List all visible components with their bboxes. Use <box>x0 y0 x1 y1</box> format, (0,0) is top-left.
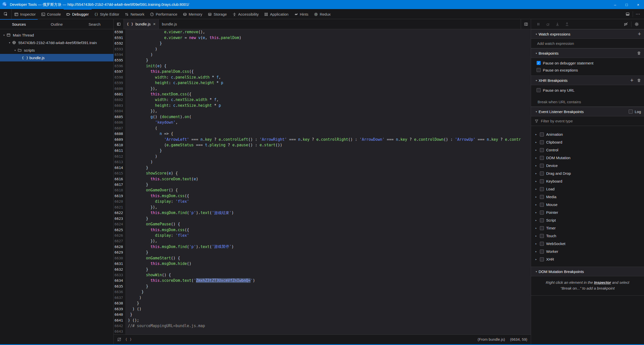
event-category-script[interactable]: ▸Script <box>531 216 644 224</box>
checkbox[interactable] <box>540 203 544 207</box>
tree-item-bundle-js[interactable]: { }bundle.js <box>0 54 113 61</box>
checkbox[interactable] <box>540 242 544 246</box>
code-line-content[interactable]: } <box>125 182 148 187</box>
code-line-content[interactable]: this.nextDom.css({ <box>125 91 191 97</box>
code-line-content[interactable]: }), <box>125 108 157 114</box>
event-category-device[interactable]: ▸Device <box>531 162 644 169</box>
line-number[interactable]: 6614 <box>114 165 125 170</box>
line-number[interactable]: 6617 <box>114 182 125 187</box>
line-number[interactable]: 6600 <box>114 86 125 91</box>
tab-network[interactable]: Network <box>122 9 147 19</box>
code-line-content[interactable]: ( <box>125 125 157 131</box>
line-number[interactable]: 6610 <box>114 142 125 148</box>
tab-debugger[interactable]: Debugger <box>64 9 92 19</box>
code-line-content[interactable]: } <box>125 148 162 153</box>
maximize-button[interactable]: □ <box>621 0 632 9</box>
checkbox[interactable] <box>540 250 544 254</box>
tab-style-editor[interactable]: {}Style Editor <box>92 9 122 19</box>
line-number[interactable]: 6627 <box>114 238 125 244</box>
code-line-content[interactable]: onGameStart() { <box>125 255 180 261</box>
event-category-pointer[interactable]: ▸Pointer <box>531 209 644 216</box>
code-line-content[interactable]: } <box>125 57 148 63</box>
line-number[interactable]: 6628 <box>114 244 125 250</box>
code-line-content[interactable]: ) () <box>125 306 141 312</box>
line-number[interactable]: 6608 <box>114 131 125 136</box>
tree-item-main-thread[interactable]: ▾Main Thread <box>0 31 113 39</box>
event-filter-input[interactable]: Filter by event type <box>531 116 644 126</box>
event-category-drag-and-drop[interactable]: ▸Drag and Drop <box>531 169 644 177</box>
line-number[interactable]: 6637 <box>114 295 125 300</box>
checkbox[interactable] <box>540 234 544 238</box>
code-line-content[interactable]: ) <box>125 159 153 165</box>
line-number[interactable]: 6599 <box>114 80 125 86</box>
code-line-content[interactable]: width: c.panelSize.width * f, <box>125 75 221 80</box>
breakpoints-header[interactable]: ▾ Breakpoints <box>531 48 644 58</box>
line-number[interactable]: 6625 <box>114 227 125 232</box>
watch-expressions-header[interactable]: ▾ Watch expressions + <box>531 29 644 39</box>
sources-tab-search[interactable]: Search <box>76 19 113 29</box>
line-number[interactable]: 6591 <box>114 35 125 40</box>
event-category-animation[interactable]: ▸Animation <box>531 130 644 138</box>
sources-tab-outline[interactable]: Outline <box>38 19 75 29</box>
code-line-content[interactable]: ) <box>125 52 153 57</box>
debugger-settings-button[interactable] <box>632 19 641 29</box>
code-line-content[interactable]: this.msgDom.find('p').text('游戏暂停') <box>125 244 234 250</box>
code-line-content[interactable]: } <box>125 165 148 170</box>
line-number[interactable]: 6594 <box>114 52 125 57</box>
line-number[interactable]: 6631 <box>114 261 125 266</box>
checkbox[interactable] <box>540 132 544 136</box>
line-number[interactable]: 6639 <box>114 306 125 312</box>
trash-icon[interactable] <box>637 78 641 82</box>
pretty-print-button[interactable]: { } <box>125 337 132 341</box>
node-picker-button[interactable] <box>0 9 12 19</box>
code-line-content[interactable]: }), <box>125 238 157 244</box>
line-number[interactable]: 6612 <box>114 154 125 159</box>
source-tab-bundle-js[interactable]: bundle.js <box>159 19 180 29</box>
code-line-content[interactable]: } <box>125 41 162 46</box>
line-number[interactable]: 6629 <box>114 250 125 255</box>
line-number[interactable]: 6620 <box>114 199 125 204</box>
code-line-content[interactable]: ) (); <box>125 317 139 323</box>
code-line-content[interactable]: }), <box>125 86 157 91</box>
code-line-content[interactable]: onGameOver() { <box>125 187 178 193</box>
tab-storage[interactable]: Storage <box>205 9 230 19</box>
tab-memory[interactable]: Memory <box>180 9 205 19</box>
checkbox[interactable] <box>540 164 544 168</box>
code-line-content[interactable]: } <box>125 216 148 221</box>
event-category-media[interactable]: ▸Media <box>531 193 644 201</box>
line-number[interactable]: 6609 <box>114 136 125 142</box>
line-number[interactable]: 6636 <box>114 289 125 295</box>
line-number[interactable]: 6621 <box>114 204 125 210</box>
devtools-menu-button[interactable]: ⋯ <box>633 9 642 19</box>
checkbox[interactable] <box>540 218 544 222</box>
line-number[interactable]: 6605 <box>114 114 125 120</box>
add-watch-expression-input[interactable]: Add watch expression <box>531 39 644 48</box>
code-line-content[interactable]: display: 'flex' <box>125 199 189 204</box>
code-line-content[interactable]: 'keydown', <box>125 120 178 125</box>
line-number[interactable]: 6640 <box>114 312 125 317</box>
line-number[interactable]: 6641 <box>114 317 125 323</box>
line-number[interactable]: 6603 <box>114 103 125 108</box>
xhr-url-input[interactable]: Break when URL contains <box>531 97 644 107</box>
code-line-content[interactable]: this.scoreDom.text(e) <box>125 176 198 182</box>
code-line-content[interactable]: ) <box>125 154 157 159</box>
code-line-content[interactable]: this.scoreDom.text('ZmxhZ3tZT3UxcmVfZnIw… <box>125 278 255 283</box>
tab-hints[interactable]: Hints <box>291 9 311 19</box>
close-icon[interactable]: × <box>153 22 156 27</box>
close-button[interactable]: × <box>632 0 644 9</box>
tab-accessibility[interactable]: Accessibility <box>230 9 262 19</box>
code-line-content[interactable]: //# sourceMappingURL=bundle.js.map <box>125 323 205 329</box>
line-number[interactable]: 6598 <box>114 75 125 80</box>
event-category-keyboard[interactable]: ▸Keyboard <box>531 177 644 185</box>
code-line-content[interactable]: (e.gameStatus === t.playing ? e.pause() … <box>125 142 282 148</box>
line-number[interactable]: 6642 <box>114 323 125 329</box>
checkbox[interactable] <box>540 148 544 152</box>
line-number[interactable]: 6611 <box>114 148 125 153</box>
pause-button[interactable] <box>534 19 543 29</box>
checkbox[interactable] <box>537 88 541 92</box>
checkbox[interactable] <box>540 211 544 215</box>
line-number[interactable]: 6590 <box>114 29 125 35</box>
code-line-content[interactable]: height: c.nextSize.height * p <box>125 103 221 108</box>
inspector-link[interactable]: Inspector <box>594 280 611 285</box>
tree-item-scripts[interactable]: ▾scripts <box>0 46 113 54</box>
